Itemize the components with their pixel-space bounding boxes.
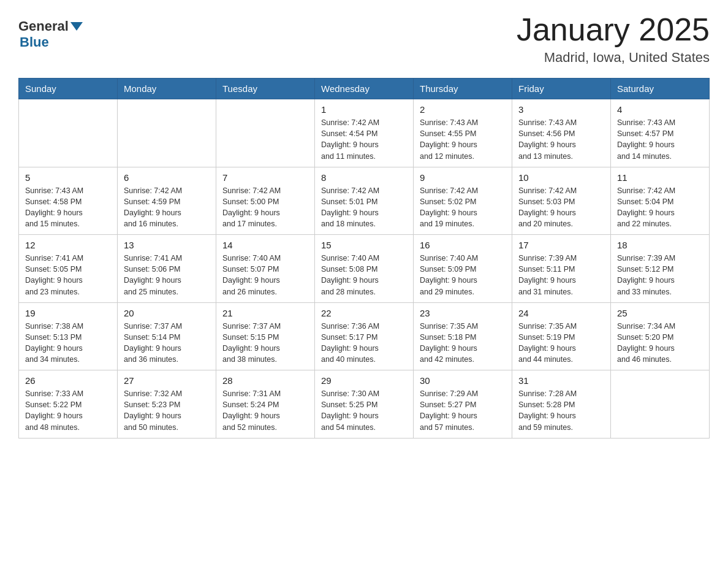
- day-number: 7: [222, 172, 308, 183]
- calendar-cell: 26Sunrise: 7:33 AMSunset: 5:22 PMDayligh…: [19, 370, 118, 439]
- logo-arrow-icon: [70, 22, 83, 31]
- logo: General Blue: [18, 18, 83, 50]
- logo-general: General: [18, 18, 83, 34]
- col-monday: Monday: [118, 79, 216, 99]
- calendar-cell: 4Sunrise: 7:43 AMSunset: 4:57 PMDaylight…: [611, 99, 710, 167]
- day-number: 18: [617, 240, 703, 250]
- calendar-title: January 2025: [517, 12, 710, 47]
- day-number: 22: [321, 308, 407, 318]
- day-info: Sunrise: 7:41 AMSunset: 5:06 PMDaylight:…: [124, 253, 210, 297]
- day-number: 1: [321, 104, 407, 115]
- calendar-cell: [19, 99, 118, 167]
- day-number: 4: [617, 104, 703, 115]
- calendar-cell: 28Sunrise: 7:31 AMSunset: 5:24 PMDayligh…: [216, 370, 315, 439]
- day-number: 12: [25, 240, 111, 250]
- col-thursday: Thursday: [414, 79, 512, 99]
- calendar-cell: 14Sunrise: 7:40 AMSunset: 5:07 PMDayligh…: [216, 235, 315, 303]
- calendar-cell: 13Sunrise: 7:41 AMSunset: 5:06 PMDayligh…: [118, 235, 216, 303]
- calendar-week-3: 12Sunrise: 7:41 AMSunset: 5:05 PMDayligh…: [19, 235, 710, 303]
- day-number: 17: [518, 240, 604, 250]
- day-info: Sunrise: 7:42 AMSunset: 5:04 PMDaylight:…: [617, 185, 703, 230]
- calendar-cell: 9Sunrise: 7:42 AMSunset: 5:02 PMDaylight…: [414, 167, 512, 235]
- calendar-cell: 23Sunrise: 7:35 AMSunset: 5:18 PMDayligh…: [414, 302, 512, 370]
- day-info: Sunrise: 7:42 AMSunset: 4:59 PMDaylight:…: [124, 185, 210, 230]
- day-number: 3: [518, 104, 604, 115]
- day-number: 8: [321, 172, 407, 183]
- calendar-cell: 20Sunrise: 7:37 AMSunset: 5:14 PMDayligh…: [118, 302, 216, 370]
- day-info: Sunrise: 7:29 AMSunset: 5:27 PMDaylight:…: [420, 388, 506, 433]
- calendar-cell: 24Sunrise: 7:35 AMSunset: 5:19 PMDayligh…: [512, 302, 611, 370]
- day-info: Sunrise: 7:40 AMSunset: 5:09 PMDaylight:…: [420, 253, 506, 297]
- day-info: Sunrise: 7:33 AMSunset: 5:22 PMDaylight:…: [25, 388, 111, 433]
- day-number: 14: [222, 240, 308, 250]
- day-number: 30: [420, 375, 506, 386]
- calendar-cell: 11Sunrise: 7:42 AMSunset: 5:04 PMDayligh…: [611, 167, 710, 235]
- day-info: Sunrise: 7:42 AMSunset: 5:00 PMDaylight:…: [222, 185, 308, 230]
- day-number: 23: [420, 308, 506, 318]
- calendar-cell: 21Sunrise: 7:37 AMSunset: 5:15 PMDayligh…: [216, 302, 315, 370]
- day-info: Sunrise: 7:28 AMSunset: 5:28 PMDaylight:…: [518, 388, 604, 433]
- calendar-cell: 29Sunrise: 7:30 AMSunset: 5:25 PMDayligh…: [315, 370, 414, 439]
- day-info: Sunrise: 7:34 AMSunset: 5:20 PMDaylight:…: [617, 321, 703, 366]
- day-info: Sunrise: 7:43 AMSunset: 4:55 PMDaylight:…: [420, 117, 506, 162]
- calendar-cell: 6Sunrise: 7:42 AMSunset: 4:59 PMDaylight…: [118, 167, 216, 235]
- calendar-cell: 8Sunrise: 7:42 AMSunset: 5:01 PMDaylight…: [315, 167, 414, 235]
- day-info: Sunrise: 7:43 AMSunset: 4:57 PMDaylight:…: [617, 117, 703, 162]
- header-row: Sunday Monday Tuesday Wednesday Thursday…: [19, 79, 710, 99]
- calendar-cell: 17Sunrise: 7:39 AMSunset: 5:11 PMDayligh…: [512, 235, 611, 303]
- col-saturday: Saturday: [611, 79, 710, 99]
- col-wednesday: Wednesday: [315, 79, 414, 99]
- day-info: Sunrise: 7:43 AMSunset: 4:58 PMDaylight:…: [25, 185, 111, 230]
- day-info: Sunrise: 7:39 AMSunset: 5:11 PMDaylight:…: [518, 253, 604, 297]
- day-info: Sunrise: 7:35 AMSunset: 5:19 PMDaylight:…: [518, 321, 604, 366]
- day-info: Sunrise: 7:40 AMSunset: 5:07 PMDaylight:…: [222, 253, 308, 297]
- day-info: Sunrise: 7:32 AMSunset: 5:23 PMDaylight:…: [124, 388, 210, 433]
- calendar-cell: 7Sunrise: 7:42 AMSunset: 5:00 PMDaylight…: [216, 167, 315, 235]
- day-number: 31: [518, 375, 604, 386]
- day-number: 26: [25, 375, 111, 386]
- col-tuesday: Tuesday: [216, 79, 315, 99]
- day-number: 15: [321, 240, 407, 250]
- col-sunday: Sunday: [19, 79, 118, 99]
- calendar-week-4: 19Sunrise: 7:38 AMSunset: 5:13 PMDayligh…: [19, 302, 710, 370]
- col-friday: Friday: [512, 79, 611, 99]
- day-number: 29: [321, 375, 407, 386]
- day-info: Sunrise: 7:42 AMSunset: 5:03 PMDaylight:…: [518, 185, 604, 230]
- calendar-subtitle: Madrid, Iowa, United States: [517, 50, 710, 66]
- day-number: 16: [420, 240, 506, 250]
- calendar-week-2: 5Sunrise: 7:43 AMSunset: 4:58 PMDaylight…: [19, 167, 710, 235]
- day-info: Sunrise: 7:42 AMSunset: 4:54 PMDaylight:…: [321, 117, 407, 162]
- calendar-table: Sunday Monday Tuesday Wednesday Thursday…: [18, 78, 710, 439]
- calendar-cell: 10Sunrise: 7:42 AMSunset: 5:03 PMDayligh…: [512, 167, 611, 235]
- calendar-cell: [611, 370, 710, 439]
- calendar-cell: 31Sunrise: 7:28 AMSunset: 5:28 PMDayligh…: [512, 370, 611, 439]
- calendar-week-1: 1Sunrise: 7:42 AMSunset: 4:54 PMDaylight…: [19, 99, 710, 167]
- calendar-cell: 22Sunrise: 7:36 AMSunset: 5:17 PMDayligh…: [315, 302, 414, 370]
- calendar-cell: 3Sunrise: 7:43 AMSunset: 4:56 PMDaylight…: [512, 99, 611, 167]
- day-number: 21: [222, 308, 308, 318]
- calendar-cell: 12Sunrise: 7:41 AMSunset: 5:05 PMDayligh…: [19, 235, 118, 303]
- day-number: 20: [124, 308, 210, 318]
- calendar-cell: 25Sunrise: 7:34 AMSunset: 5:20 PMDayligh…: [611, 302, 710, 370]
- calendar-cell: [118, 99, 216, 167]
- day-number: 24: [518, 308, 604, 318]
- day-number: 6: [124, 172, 210, 183]
- day-number: 2: [420, 104, 506, 115]
- day-number: 11: [617, 172, 703, 183]
- day-info: Sunrise: 7:35 AMSunset: 5:18 PMDaylight:…: [420, 321, 506, 366]
- day-info: Sunrise: 7:42 AMSunset: 5:01 PMDaylight:…: [321, 185, 407, 230]
- calendar-cell: 30Sunrise: 7:29 AMSunset: 5:27 PMDayligh…: [414, 370, 512, 439]
- calendar-cell: 16Sunrise: 7:40 AMSunset: 5:09 PMDayligh…: [414, 235, 512, 303]
- day-number: 5: [25, 172, 111, 183]
- logo-blue: Blue: [20, 34, 49, 50]
- title-section: January 2025 Madrid, Iowa, United States: [517, 12, 710, 66]
- calendar-cell: 19Sunrise: 7:38 AMSunset: 5:13 PMDayligh…: [19, 302, 118, 370]
- calendar-cell: 18Sunrise: 7:39 AMSunset: 5:12 PMDayligh…: [611, 235, 710, 303]
- day-info: Sunrise: 7:41 AMSunset: 5:05 PMDaylight:…: [25, 253, 111, 297]
- day-info: Sunrise: 7:36 AMSunset: 5:17 PMDaylight:…: [321, 321, 407, 366]
- day-number: 13: [124, 240, 210, 250]
- day-info: Sunrise: 7:38 AMSunset: 5:13 PMDaylight:…: [25, 321, 111, 366]
- calendar-cell: 27Sunrise: 7:32 AMSunset: 5:23 PMDayligh…: [118, 370, 216, 439]
- calendar-cell: 5Sunrise: 7:43 AMSunset: 4:58 PMDaylight…: [19, 167, 118, 235]
- day-info: Sunrise: 7:40 AMSunset: 5:08 PMDaylight:…: [321, 253, 407, 297]
